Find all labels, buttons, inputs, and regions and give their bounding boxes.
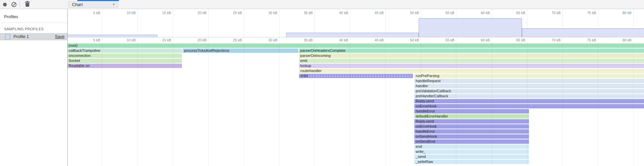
flame-bar-routeHandler[interactable]: routeHandler — [299, 69, 644, 73]
gridline-5kb — [102, 9, 102, 37]
ruler-tick-label: 5 kB — [80, 38, 100, 42]
ruler-tick-label: 55 kB — [434, 11, 454, 15]
flame-bar-Reply.send[interactable]: Reply.send — [414, 119, 529, 124]
sidebar-item-profile-1[interactable]: Profile 1 Save — [0, 33, 67, 40]
ruler-tick-label: 10 kB — [116, 38, 136, 42]
flame-bar-parserOnHeadersComplete[interactable]: parserOnHeadersComplete — [299, 48, 644, 53]
flame-bar-Socket[interactable]: Socket — [68, 59, 182, 63]
clear-profiles-button[interactable] — [10, 0, 17, 9]
ruler-tick-label: 30 kB — [257, 38, 277, 42]
flame-bar-_writeRaw[interactable]: _writeRaw — [414, 160, 529, 164]
profile-name: Profile 1 — [13, 34, 55, 39]
ruler-tick-label: 45 kB — [364, 11, 384, 15]
save-profile-link[interactable]: Save — [55, 34, 65, 39]
ruler-tick-label: 25 kB — [222, 11, 242, 15]
size-ruler: 5 kB10 kB15 kB20 kB25 kB30 kB35 kB40 kB4… — [68, 37, 644, 43]
record-icon — [3, 3, 7, 6]
overview-area-segment — [68, 35, 157, 37]
flame-bar-child[interactable]: child — [299, 74, 413, 78]
memory-overview-pane[interactable]: 5 kB10 kB15 kB20 kB25 kB30 kB35 kB40 kB4… — [68, 9, 644, 37]
flame-bar-parserOnIncoming[interactable]: parserOnIncoming — [299, 54, 644, 58]
gridline-20kb — [208, 43, 209, 166]
flame-bar-Reply.send[interactable]: Reply.send — [414, 99, 644, 103]
ruler-tick-label: 80 kB — [611, 11, 632, 15]
gridline-70kb — [562, 37, 563, 43]
flame-bar-handleError[interactable]: handleError — [414, 129, 529, 134]
view-mode-select[interactable]: Chart ▼ — [68, 1, 118, 8]
ruler-tick-label: 80 kB — [611, 38, 632, 42]
gridline-80kb — [633, 37, 634, 43]
flame-bar-root[interactable]: (root) — [68, 43, 644, 48]
flame-bar-onErrorHook[interactable]: onErrorHook — [414, 104, 644, 108]
gridline-65kb — [527, 37, 527, 43]
flame-bar-handleError[interactable]: handleError — [414, 109, 529, 113]
flame-bar-onSendHook[interactable]: onSendHook — [414, 134, 529, 139]
ruler-tick-label: 10 kB — [116, 11, 136, 15]
view-mode-value: Chart — [69, 2, 112, 7]
gridline-40kb — [350, 37, 350, 43]
gridline-25kb — [244, 37, 244, 43]
flame-bar-callbackTrampoline[interactable]: callbackTrampoline — [68, 48, 182, 53]
profiler-toolbar: Chart ▼ — [0, 0, 644, 9]
gridline-30kb — [279, 43, 279, 166]
gridline-60kb — [492, 37, 492, 43]
ruler-tick-label: 75 kB — [576, 38, 596, 42]
gridline-15kb — [173, 9, 173, 37]
ruler-tick-label: 5 kB — [80, 11, 100, 15]
ruler-tick-label: 15 kB — [151, 38, 171, 42]
ruler-tick-label: 60 kB — [470, 11, 490, 15]
sampling-profiles-heading: SAMPLING PROFILES — [0, 23, 67, 33]
record-button[interactable] — [1, 0, 8, 9]
flame-bar-runPreParsing[interactable]: runPreParsing — [414, 74, 644, 78]
gridline-10kb — [138, 9, 138, 37]
toolbar-divider — [20, 2, 20, 7]
gridline-15kb — [173, 37, 173, 43]
ruler-tick-label: 35 kB — [293, 38, 313, 42]
ruler-tick-label: 25 kB — [222, 38, 242, 42]
gridline-35kb — [314, 37, 315, 43]
ruler-tick-label: 40 kB — [328, 11, 348, 15]
profile-document-icon — [5, 34, 10, 40]
ruler-tick-label: 70 kB — [540, 11, 561, 15]
sidebar-title: Profiles — [0, 9, 67, 23]
ruler-tick-label: 75 kB — [576, 11, 596, 15]
gridline-10kb — [138, 37, 138, 43]
ruler-tick-label: 65 kB — [505, 38, 525, 42]
flame-bar-processTicksAndRejections[interactable]: processTicksAndRejections — [183, 48, 298, 53]
ruler-tick-label: 55 kB — [434, 38, 454, 42]
flame-bar-onSendEnd[interactable]: onSendEnd — [414, 139, 529, 144]
flame-bar-handler[interactable]: handler — [414, 84, 644, 88]
gridline-5kb — [102, 37, 102, 43]
allocation-chart-area: 5 kB10 kB15 kB20 kB25 kB30 kB35 kB40 kB4… — [68, 9, 644, 166]
flame-bar-defaultErrorHandler[interactable]: defaultErrorHandler — [414, 114, 529, 119]
ruler-tick-label: 35 kB — [293, 11, 313, 15]
flame-bar-onconnection[interactable]: onconnection — [68, 54, 182, 58]
gridline-55kb — [456, 37, 456, 43]
profiles-sidebar: Profiles SAMPLING PROFILES Profile 1 Sav… — [0, 9, 68, 166]
ruler-tick-label: 20 kB — [186, 11, 206, 15]
gridline-45kb — [385, 37, 386, 43]
flame-bar-Readable.on[interactable]: Readable.on — [68, 64, 182, 68]
gridline-25kb — [244, 9, 244, 37]
flame-bar-onErrorHook[interactable]: onErrorHook — [414, 124, 529, 129]
gridline-30kb — [279, 9, 279, 37]
gridline-25kb — [244, 43, 244, 166]
flame-bar-preValidationCallback[interactable]: preValidationCallback — [414, 89, 644, 93]
ruler-tick-label: 50 kB — [399, 38, 419, 42]
flame-chart: (root)callbackTrampolineprocessTicksAndR… — [68, 43, 644, 166]
flame-bar-emit[interactable]: emit — [299, 59, 644, 63]
flame-bar-lookup[interactable]: lookup — [299, 64, 644, 68]
ruler-tick-label: 50 kB — [399, 11, 419, 15]
flame-bar-end[interactable]: end — [414, 144, 529, 149]
delete-profile-button[interactable] — [24, 0, 31, 9]
overview-area-segment — [522, 28, 644, 37]
chevron-down-icon: ▼ — [112, 3, 118, 6]
ruler-tick-label: 15 kB — [151, 11, 171, 15]
flame-bar-write_[interactable]: write_ — [414, 150, 529, 154]
gridline-75kb — [598, 37, 598, 43]
flame-bar-preHandlerCallback[interactable]: preHandlerCallback — [414, 94, 644, 98]
ruler-tick-label: 65 kB — [505, 11, 525, 15]
flame-bar-handleRequest[interactable]: handleRequest — [414, 79, 644, 83]
ruler-tick-label: 40 kB — [328, 38, 348, 42]
flame-bar-_send[interactable]: _send — [414, 155, 529, 159]
